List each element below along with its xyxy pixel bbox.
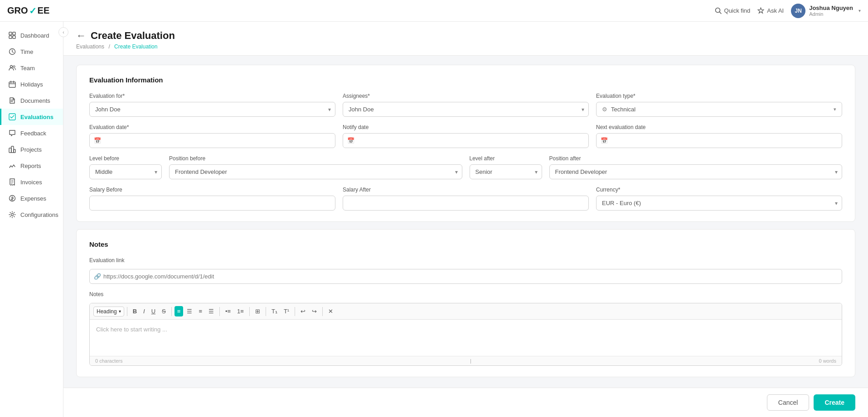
position-after-select[interactable]: Frontend Developer — [549, 164, 843, 179]
eval-type-select[interactable]: ⚙ Technical ▾ — [596, 102, 842, 117]
sidebar-item-dashboard[interactable]: Dashboard — [0, 27, 63, 43]
salary-before-label: Salary Before — [89, 187, 335, 193]
sidebar-item-expenses[interactable]: Expenses — [0, 190, 63, 206]
sidebar-item-dashboard-label: Dashboard — [20, 32, 49, 39]
svg-rect-10 — [9, 114, 15, 120]
align-left-button[interactable]: ≡ — [175, 306, 184, 316]
notify-date-input[interactable]: 06.12.2024 — [343, 133, 589, 148]
main-content: ← Create Evaluation Evaluations / Create… — [63, 22, 868, 417]
sidebar-item-time[interactable]: Time — [0, 43, 63, 60]
sidebar-item-configurations[interactable]: Configurations — [0, 206, 63, 223]
superscript-button[interactable]: T¹ — [281, 306, 292, 316]
sidebar-item-projects[interactable]: Projects — [0, 141, 63, 158]
notes-label: Notes — [89, 291, 842, 297]
redo-button[interactable]: ↪ — [309, 306, 320, 316]
sidebar-item-invoices[interactable]: Invoices — [0, 174, 63, 190]
level-after-select-wrapper: Senior — [470, 164, 542, 179]
page-header-title-row: ← Create Evaluation — [76, 30, 855, 42]
position-before-group: Position before Frontend Developer — [169, 155, 462, 179]
quick-find-label: Quick find — [724, 7, 751, 14]
notify-date-label: Notify date — [343, 124, 589, 130]
eval-type-label: Evaluation type* — [596, 93, 842, 99]
position-before-select[interactable]: Frontend Developer — [169, 164, 462, 179]
level-after-label: Level after — [470, 155, 542, 162]
sidebar-item-team-label: Team — [20, 65, 35, 72]
assignees-select[interactable]: John Doe — [343, 102, 589, 117]
align-justify-button[interactable]: ☰ — [206, 306, 217, 316]
salary-before-input[interactable]: 0 — [89, 196, 335, 211]
sidebar-item-reports-label: Reports — [20, 163, 41, 169]
assignees-group: Assignees* John Doe — [343, 93, 589, 117]
eval-info-section-title: Evaluation Information — [89, 76, 842, 84]
user-menu[interactable]: JN Joshua Nguyen Admin ▾ — [791, 4, 861, 18]
salary-after-label: Salary After — [343, 187, 589, 193]
back-button[interactable]: ← — [76, 30, 86, 42]
bullet-list-button[interactable]: •≡ — [223, 306, 233, 316]
svg-rect-4 — [9, 36, 12, 38]
page-footer: Cancel Create — [63, 388, 868, 417]
create-button[interactable]: Create — [814, 394, 855, 411]
sidebar-item-documents-label: Documents — [20, 97, 50, 104]
sidebar-item-feedback-label: Feedback — [20, 130, 46, 137]
eval-for-select[interactable]: John Doe — [89, 102, 335, 117]
eval-info-card: Evaluation Information Evaluation for* J… — [76, 65, 855, 222]
level-before-select[interactable]: Middle — [89, 164, 162, 179]
clear-format-button[interactable]: ✕ — [325, 306, 336, 316]
ordered-list-button[interactable]: 1≡ — [234, 306, 247, 316]
toolbar-divider-2 — [171, 307, 172, 316]
next-eval-date-input[interactable]: 09.12.2025 — [596, 133, 842, 148]
evaluations-icon — [9, 113, 16, 120]
heading-select[interactable]: Heading ▾ — [93, 307, 124, 316]
sidebar-item-evaluations[interactable]: Evaluations — [0, 109, 63, 125]
avatar: JN — [791, 4, 805, 18]
subscript-button[interactable]: T₁ — [269, 306, 280, 316]
app-body: ‹ Dashboard Time Team Holidays Documents… — [0, 22, 868, 417]
level-before-label: Level before — [89, 155, 162, 162]
undo-button[interactable]: ↩ — [298, 306, 308, 316]
sidebar-item-holidays[interactable]: Holidays — [0, 76, 63, 92]
eval-date-label: Evaluation date* — [89, 124, 335, 130]
currency-select[interactable]: EUR - Euro (€) — [596, 196, 842, 211]
eval-link-group: Evaluation link 🔗 — [89, 257, 842, 284]
svg-rect-12 — [11, 146, 14, 153]
strikethrough-button[interactable]: S — [159, 306, 169, 316]
notes-section-title: Notes — [89, 240, 842, 248]
sidebar-toggle[interactable]: ‹ — [58, 27, 68, 37]
logo-text-gro: GRO — [7, 5, 28, 16]
feedback-icon — [9, 129, 16, 137]
svg-rect-2 — [9, 32, 12, 35]
ask-ai-button[interactable]: Ask AI — [757, 7, 784, 14]
underline-button[interactable]: U — [149, 306, 158, 316]
eval-date-input[interactable]: 09.12.2024 — [89, 133, 335, 148]
svg-line-1 — [719, 12, 721, 14]
quick-find-button[interactable]: Quick find — [715, 7, 751, 14]
svg-rect-3 — [13, 32, 15, 35]
calendar-icon-2: 📅 — [347, 137, 354, 144]
italic-button[interactable]: I — [141, 306, 148, 316]
eval-link-input-wrapper: 🔗 — [89, 269, 842, 284]
svg-rect-13 — [14, 149, 15, 153]
align-right-button[interactable]: ≡ — [196, 306, 205, 316]
svg-point-7 — [10, 66, 13, 68]
bold-button[interactable]: B — [130, 306, 140, 316]
sidebar-item-evaluations-label: Evaluations — [20, 114, 53, 120]
rte-editor-body[interactable]: Click here to start writing ... — [90, 320, 842, 356]
position-after-select-wrapper: Frontend Developer — [549, 164, 843, 179]
table-button[interactable]: ⊞ — [252, 306, 263, 316]
eval-link-input[interactable] — [89, 269, 842, 284]
notes-editor-group: Notes Heading ▾ B I U S — [89, 291, 842, 366]
sidebar-item-documents[interactable]: Documents — [0, 92, 63, 109]
sidebar-item-team[interactable]: Team — [0, 60, 63, 76]
user-role: Admin — [809, 11, 853, 17]
sidebar-item-feedback[interactable]: Feedback — [0, 125, 63, 141]
salary-after-input[interactable]: 0 — [343, 196, 589, 211]
align-center-button[interactable]: ☰ — [184, 306, 195, 316]
cancel-button[interactable]: Cancel — [767, 394, 810, 411]
sidebar-item-reports[interactable]: Reports — [0, 158, 63, 174]
eval-link-label: Evaluation link — [89, 257, 842, 264]
level-after-select[interactable]: Senior — [470, 164, 542, 179]
currency-group: Currency* EUR - Euro (€) — [596, 187, 842, 211]
breadcrumb-evaluations[interactable]: Evaluations — [76, 43, 104, 50]
toolbar-divider-6 — [295, 307, 295, 316]
invoices-icon — [9, 178, 16, 186]
